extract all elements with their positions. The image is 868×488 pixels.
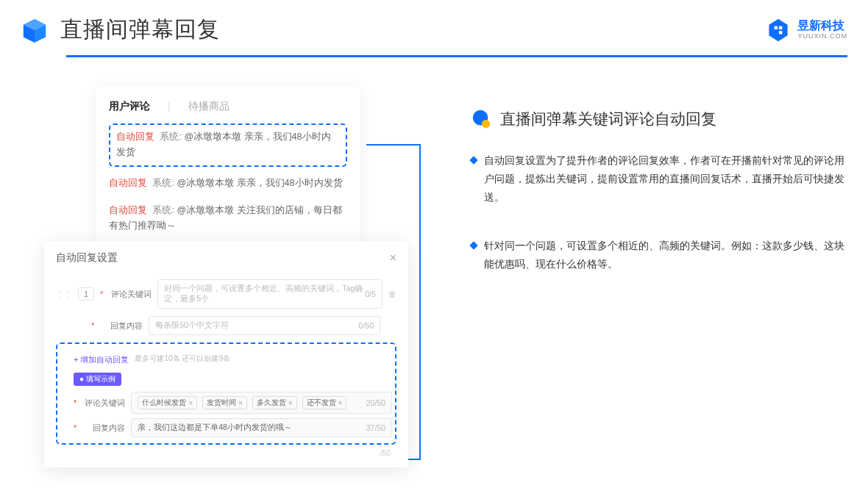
demo-badge: ● 填写示例 — [74, 373, 121, 386]
svg-rect-5 — [779, 30, 783, 34]
page-header: 直播间弹幕回复 昱新科技 YUUXIN.COM — [0, 0, 868, 45]
close-icon[interactable]: × — [238, 399, 243, 407]
demo-section: + 增加自动回复 最多可建10条 还可以创建9条 ● 填写示例 * 评论关键词 … — [56, 342, 396, 445]
required-star: * — [91, 321, 94, 330]
bullet-item: 针对同一个问题，可设置多个相近的、高频的关键词。例如：这款多少钱、这块能优惠吗、… — [471, 237, 847, 273]
add-auto-reply-link[interactable]: + 增加自动回复 — [74, 354, 129, 365]
tag-chip: 什么时候发货× — [138, 396, 197, 409]
comments-panel: 用户评论 | 待播商品 自动回复 系统: @冰墩墩本墩 亲亲，我们48小时内发货… — [96, 87, 360, 247]
header-left: 直播间弹幕回复 — [21, 15, 220, 45]
brand-logo: 昱新科技 YUUXIN.COM — [765, 17, 847, 43]
required-star: * — [74, 398, 77, 407]
keyword-input[interactable]: 对同一个问题，可设置多个相近、高频的关键词，Tag确定，最多5个 0/5 — [157, 279, 383, 309]
brand-icon — [765, 17, 791, 43]
demo-content-text: 亲，我们这边都是下单48小时内发货的哦～ — [138, 423, 292, 433]
auto-reply-tag: 自动回复 — [109, 205, 147, 215]
page-title: 直播间弹幕回复 — [60, 15, 220, 45]
diamond-bullet-icon — [469, 241, 477, 249]
highlighted-comment: 自动回复 系统: @冰墩墩本墩 亲亲，我们48小时内发货 — [109, 123, 347, 167]
system-tag: 系统: — [152, 178, 174, 188]
brand-name-cn: 昱新科技 — [797, 20, 847, 32]
system-tag: 系统: — [160, 132, 181, 142]
content-input[interactable]: 每条限50个中文字符 0/50 — [149, 316, 380, 335]
comment-text: @冰墩墩本墩 亲亲，我们48小时内发货 — [177, 178, 342, 188]
section-title: 直播间弹幕关键词评论自动回复 — [500, 109, 716, 129]
tag-chip: 还不发货× — [302, 396, 347, 409]
auto-reply-tag: 自动回复 — [109, 178, 147, 188]
required-star: * — [100, 290, 103, 298]
demo-tags: 什么时候发货× 发货时间× 多久发货× 还不发货× — [138, 396, 349, 409]
placeholder-text: 对同一个问题，可设置多个相近、高频的关键词，Tag确定，最多5个 — [164, 284, 365, 304]
demo-keyword-input[interactable]: 什么时候发货× 发货时间× 多久发货× 还不发货× 20/50 — [131, 392, 392, 414]
tab-pending-goods[interactable]: 待播商品 — [188, 100, 230, 113]
counter: 0/50 — [359, 321, 374, 330]
diamond-bullet-icon — [469, 156, 477, 164]
left-column: 用户评论 | 待播商品 自动回复 系统: @冰墩墩本墩 亲亲，我们48小时内发货… — [44, 87, 427, 303]
auto-reply-tag: 自动回复 — [116, 132, 154, 142]
close-icon[interactable]: × — [288, 399, 293, 407]
svg-rect-3 — [775, 26, 778, 29]
comment-row: 自动回复 系统: @冰墩墩本墩 关注我们的店铺，每日都有热门推荐呦～ — [109, 197, 347, 240]
counter: 20/50 — [366, 398, 385, 407]
tag-chip: 发货时间× — [202, 396, 247, 409]
row-index: 1 — [78, 287, 94, 301]
content-label: 回复内容 — [100, 320, 143, 331]
extra-counter: /50 — [56, 449, 396, 457]
comments-tabs: 用户评论 | 待播商品 — [109, 100, 347, 113]
close-icon[interactable]: × — [390, 251, 396, 265]
placeholder-text: 每条限50个中文字符 — [155, 320, 229, 331]
svg-rect-4 — [779, 26, 783, 29]
demo-content-input[interactable]: 亲，我们这边都是下单48小时内发货的哦～ 37/50 — [131, 418, 392, 437]
bullet-text: 针对同一个问题，可设置多个相近的、高频的关键词。例如：这款多少钱、这块能优惠吗、… — [484, 237, 847, 273]
system-tag: 系统: — [152, 205, 174, 215]
brand-name-en: YUUXIN.COM — [797, 33, 847, 40]
trash-icon[interactable]: 🗑 — [388, 290, 396, 298]
tag-chip: 多久发货× — [252, 396, 297, 409]
keyword-row: ⋮⋮ 1 * 评论关键词 对同一个问题，可设置多个相近、高频的关键词，Tag确定… — [56, 279, 396, 309]
keyword-label: 评论关键词 — [82, 398, 125, 409]
tab-user-comments[interactable]: 用户评论 — [109, 100, 150, 113]
svg-point-7 — [482, 120, 490, 128]
drag-handle-icon[interactable]: ⋮⋮ — [56, 290, 72, 299]
keyword-label: 评论关键词 — [109, 289, 152, 300]
required-star: * — [74, 423, 77, 432]
add-hint: 最多可建10条 还可以创建9条 — [135, 354, 230, 364]
close-icon[interactable]: × — [338, 399, 343, 407]
counter: 37/50 — [366, 423, 385, 432]
counter: 0/5 — [365, 290, 376, 298]
close-icon[interactable]: × — [188, 399, 193, 407]
content-row: * 回复内容 每条限50个中文字符 0/50 — [56, 316, 396, 335]
cube-icon — [21, 16, 49, 44]
tab-separator: | — [168, 100, 171, 113]
comment-row: 自动回复 系统: @冰墩墩本墩 亲亲，我们48小时内发货 — [109, 170, 347, 197]
content-label: 回复内容 — [82, 423, 125, 434]
bubble-icon — [471, 109, 491, 129]
bullet-item: 自动回复设置为了提升作者的评论回复效率，作者可在开播前针对常见的评论用户问题，提… — [471, 151, 847, 207]
bullet-text: 自动回复设置为了提升作者的评论回复效率，作者可在开播前针对常见的评论用户问题，提… — [484, 151, 847, 207]
modal-title: 自动回复设置 — [56, 251, 118, 265]
right-column: 直播间弹幕关键词评论自动回复 自动回复设置为了提升作者的评论回复效率，作者可在开… — [471, 87, 847, 303]
auto-reply-settings-modal: 自动回复设置 × ⋮⋮ 1 * 评论关键词 对同一个问题，可设置多个相近、高频的… — [44, 241, 408, 467]
